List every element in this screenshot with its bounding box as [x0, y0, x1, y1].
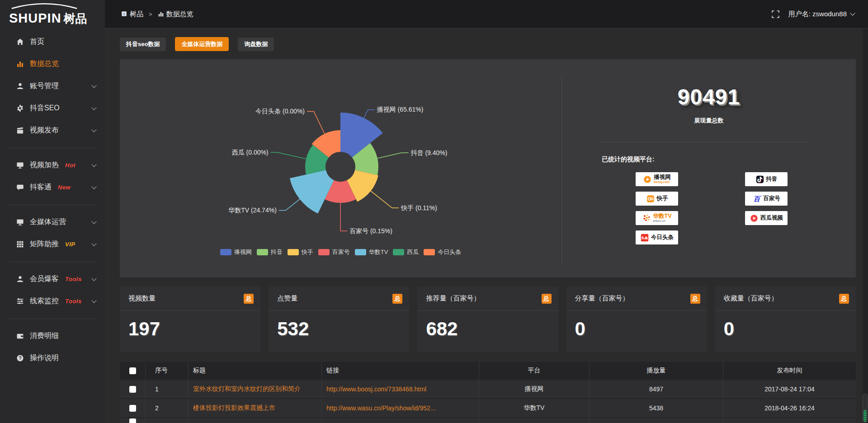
chart-label-line	[271, 152, 306, 159]
legend-label: 今日头条	[438, 248, 461, 256]
legend-item-百家号[interactable]: 百家号	[318, 248, 350, 256]
chart-label: 西瓜 (0.00%)	[232, 149, 269, 156]
platforms-label: 已统计的视频平台:	[602, 155, 655, 164]
stat-card-header: 收藏量（百家号）总	[715, 287, 856, 311]
fullscreen-icon[interactable]	[772, 10, 779, 18]
sidebar-item-label: 首页	[30, 37, 44, 47]
legend-label: 抖音	[271, 248, 283, 256]
stat-card-value: 0	[566, 311, 707, 340]
row-platform: 播视网	[479, 380, 590, 398]
tab-1[interactable]: 抖音seo数据	[120, 38, 166, 51]
breadcrumb-item-1[interactable]: 树品	[121, 10, 143, 19]
legend-item-西瓜[interactable]: 西瓜	[393, 248, 419, 256]
breadcrumb-item-2[interactable]: 数据总览	[158, 10, 193, 19]
row-time: 2017-08-24 17:04	[723, 380, 856, 398]
sidebar-item-label: 线索监控	[30, 296, 59, 306]
row-checkbox[interactable]	[129, 386, 136, 393]
scrollbar-track[interactable]	[863, 28, 868, 423]
platform-badge-西瓜视频: 西瓜视频	[745, 211, 788, 225]
tab-2[interactable]: 全媒体运营数据	[175, 37, 229, 51]
videos-table: 序号标题链接平台播放量发布时间1室外水纹灯和室内水纹灯的区别和简介http://…	[120, 362, 856, 423]
chart-label-line	[340, 203, 347, 231]
legend-item-抖音[interactable]: 抖音	[257, 248, 283, 256]
legend-swatch	[220, 249, 231, 255]
total-badge[interactable]: 总	[542, 294, 552, 304]
row-title[interactable]: 楼体投影灯投影效果震撼上市	[189, 399, 322, 417]
sidebar-item-12[interactable]: 消费明细	[0, 325, 105, 347]
sidebar-item-6[interactable]: 视频加热Hot	[0, 154, 105, 176]
sidebar-item-1[interactable]: 首页	[0, 31, 105, 53]
chevron-down-icon	[91, 83, 96, 88]
row-link[interactable]: http://www.wasu.cn/Play/show/id/952...	[322, 399, 479, 417]
row-checkbox-cell	[120, 380, 146, 398]
row-cell	[479, 418, 590, 423]
row-cell	[322, 418, 479, 423]
chart-label-line	[377, 153, 409, 158]
total-impressions-label: 展现量总数	[562, 117, 856, 125]
total-badge[interactable]: 总	[392, 294, 402, 304]
platform-badge-华数TV: 华数TVwasu.cn	[636, 211, 678, 225]
sidebar-item-label: 消费明细	[30, 331, 59, 341]
help-icon: ?	[16, 354, 24, 362]
row-plays: 8497	[590, 380, 723, 398]
breadcrumb-label: 树品	[130, 10, 143, 19]
stat-card-5: 收藏量（百家号）总0	[715, 287, 856, 352]
user-menu[interactable]: 用户名: zswodun88	[788, 10, 854, 19]
sidebar-item-10[interactable]: 会员爆客Tools	[0, 268, 105, 290]
stat-card-title: 视频数量	[128, 294, 156, 303]
row-checkbox[interactable]	[129, 418, 136, 423]
sidebar-item-5[interactable]: 视频发布	[0, 119, 105, 141]
stat-card-value: 0	[715, 311, 856, 340]
chevron-down-icon	[91, 298, 96, 303]
legend-item-播视网[interactable]: 播视网	[220, 248, 252, 256]
stat-card-header: 分享量（百家号）总	[566, 287, 707, 311]
breadcrumb-separator: >	[149, 11, 152, 18]
row-cell	[189, 418, 322, 423]
sidebar-item-13[interactable]: ?操作说明	[0, 347, 105, 369]
chart-label-line	[364, 110, 375, 118]
scrollbar-thumb[interactable]	[863, 394, 868, 423]
legend-swatch	[393, 249, 404, 255]
legend-swatch	[424, 249, 435, 255]
row-link[interactable]: http://www.boosj.com/7338468.html	[322, 380, 479, 398]
sidebar-item-7[interactable]: 抖客通New	[0, 176, 105, 198]
platform-badges-col-2: 抖音百百家号西瓜视频	[745, 172, 788, 225]
total-badge[interactable]: 总	[839, 294, 849, 304]
stat-card-value: 532	[269, 311, 409, 340]
row-checkbox[interactable]	[129, 405, 136, 412]
total-badge[interactable]: 总	[690, 294, 700, 304]
sidebar-item-8[interactable]: 全媒体运营	[0, 211, 105, 233]
sidebar-item-4[interactable]: 抖音SEO	[0, 97, 105, 119]
gear-icon	[16, 104, 24, 112]
logo-arc	[10, 3, 79, 9]
row-time: 2018-04-26 16:24	[723, 399, 856, 417]
legend-item-快手[interactable]: 快手	[288, 248, 313, 256]
sidebar-item-9[interactable]: 矩阵助推VIP	[0, 233, 105, 255]
row-title[interactable]: 室外水纹灯和室内水纹灯的区别和简介	[189, 380, 322, 398]
platform-badge-百家号: 百百家号	[745, 192, 788, 206]
toutiao-logo: 头条	[640, 233, 649, 242]
stat-card-header: 视频数量总	[120, 287, 260, 311]
legend-item-华数TV[interactable]: 华数TV	[355, 248, 388, 256]
username-label: 用户名: zswodun88	[788, 10, 847, 19]
stat-card-header: 点赞量总	[269, 287, 409, 311]
platform-name: 华数TV	[653, 213, 672, 219]
breadcrumb-label: 数据总览	[166, 10, 193, 19]
baijiahao-logo: 百	[752, 194, 761, 203]
monitor-icon	[16, 161, 24, 169]
chart-label: 播视网 (65.61%)	[377, 106, 424, 113]
legend-item-今日头条[interactable]: 今日头条	[424, 248, 461, 256]
home-icon	[16, 38, 24, 46]
sidebar-item-3[interactable]: 账号管理	[0, 75, 105, 97]
sidebar-item-2[interactable]: 数据总览	[0, 53, 105, 75]
sidebar-item-label: 全媒体运营	[30, 217, 66, 227]
platform-name: 快手	[657, 196, 668, 202]
total-badge[interactable]: 总	[244, 294, 254, 304]
tab-3[interactable]: 询盘数据	[238, 38, 274, 51]
chart-slice-华数TV[interactable]	[290, 170, 334, 213]
select-all-checkbox[interactable]	[129, 367, 136, 374]
chevron-down-icon	[91, 219, 96, 224]
sidebar-item-label: 抖音SEO	[30, 103, 60, 113]
row-no: 2	[146, 399, 189, 417]
sidebar-item-11[interactable]: 线索监控Tools	[0, 290, 105, 312]
